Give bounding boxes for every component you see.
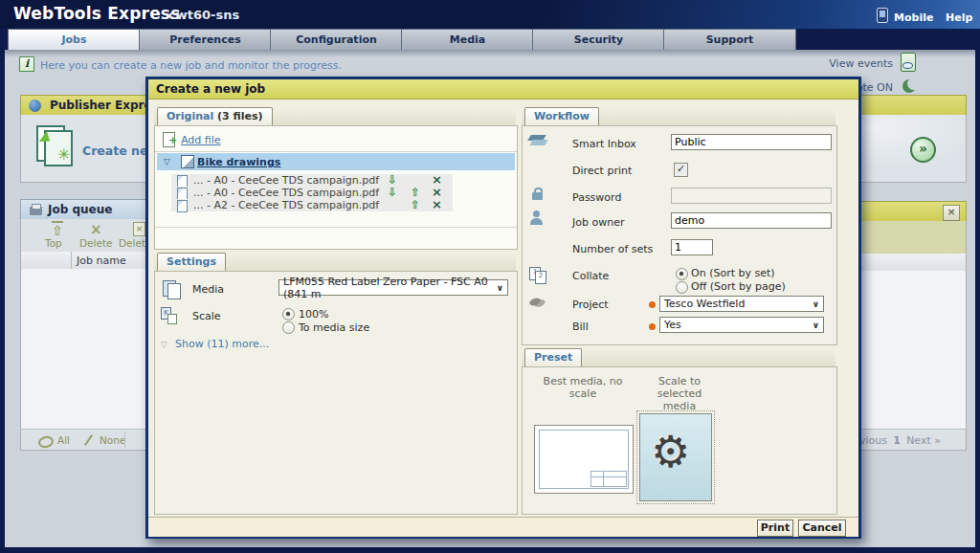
- file-row[interactable]: ... - A2 - CeeCee TDS campaign.pdf ⇧ ×: [171, 199, 453, 211]
- add-file-plus-icon: +: [168, 134, 177, 146]
- collate-on-radio[interactable]: [676, 268, 688, 280]
- project-value: Tesco Westfield: [664, 298, 745, 310]
- project-required-dot: [649, 301, 656, 308]
- move-top-label[interactable]: Top: [45, 237, 62, 249]
- folder-row[interactable]: ▽ Bike drawings: [157, 153, 515, 170]
- collate-off-label[interactable]: Off (Sort by page): [691, 280, 786, 293]
- select-all-label[interactable]: All: [57, 434, 70, 446]
- printer-icon: [30, 207, 42, 215]
- close-panel-icon[interactable]: ×: [943, 205, 960, 221]
- project-select[interactable]: Tesco Westfield ∨: [659, 296, 824, 312]
- app-header: WebTools Express cwt60-sns Mobile Help: [0, 0, 980, 29]
- tab-preferences[interactable]: Preferences: [139, 29, 272, 50]
- folder-name-link[interactable]: Bike drawings: [197, 156, 280, 168]
- dialog-title-bar: Create a new job: [148, 79, 858, 100]
- settings-tab-row: Settings: [154, 253, 516, 272]
- view-events-link[interactable]: View events: [829, 57, 893, 70]
- chevron-down-icon: ∨: [497, 283, 503, 293]
- print-button[interactable]: Print: [757, 520, 793, 537]
- show-more-expander-icon[interactable]: ▽: [161, 340, 167, 349]
- remote-moon-icon[interactable]: [902, 79, 916, 93]
- chevron-down-icon: ∨: [813, 321, 819, 330]
- scale-media-radio[interactable]: [282, 321, 295, 334]
- move-down-icon[interactable]: ⇩: [388, 174, 397, 186]
- create-job-star-icon: ✳: [57, 145, 70, 164]
- promo-next-button[interactable]: »: [910, 137, 936, 163]
- original-tab-row: Original (3 files): [154, 107, 516, 126]
- job-name-column[interactable]: Job name: [77, 254, 126, 267]
- mobile-link[interactable]: Mobile: [894, 11, 933, 24]
- move-up-icon[interactable]: ⇧: [411, 187, 420, 198]
- select-none-label[interactable]: None: [100, 434, 125, 446]
- delete-icon[interactable]: ×: [90, 221, 102, 238]
- gear-icon: ⚙: [651, 426, 690, 477]
- folder-expander-icon[interactable]: ▽: [164, 157, 170, 166]
- preset-option-2-label[interactable]: Scale to selected media: [642, 375, 717, 412]
- original-files-box: + Add file ▽ Bike drawings ... - A0 - Ce…: [154, 125, 518, 250]
- collate-on-label[interactable]: On (Sort by set): [691, 267, 775, 279]
- workflow-tab-row: Workflow: [522, 107, 835, 126]
- tab-support[interactable]: Support: [663, 29, 796, 50]
- sets-input[interactable]: [671, 239, 713, 255]
- view-events-icon[interactable]: [901, 53, 916, 72]
- password-lock-icon: [532, 192, 543, 200]
- move-top-icon[interactable]: ⇧: [52, 221, 63, 238]
- select-none-icon[interactable]: [84, 434, 93, 446]
- add-file-link[interactable]: Add file: [181, 134, 221, 146]
- collate-off-radio[interactable]: [676, 281, 688, 294]
- tab-settings[interactable]: Settings: [157, 253, 226, 272]
- job-owner-icon-body: [530, 218, 543, 225]
- footer-divider: [124, 431, 125, 448]
- scale-100-label[interactable]: 100%: [299, 308, 328, 321]
- current-page-number: 1: [893, 434, 901, 447]
- select-all-icon[interactable]: [37, 434, 56, 450]
- media-value: LFM055 Red Label Zero Paper - FSC A0 (84…: [283, 276, 497, 300]
- smart-inbox-label: Smart Inbox: [572, 138, 636, 150]
- scale-icon-small: [167, 314, 177, 324]
- publisher-sphere-icon: [29, 100, 41, 112]
- next-page-link[interactable]: Next »: [906, 434, 941, 447]
- preset-option-1-label[interactable]: Best media, no scale: [530, 375, 635, 400]
- preset-best-media-thumbnail[interactable]: [534, 425, 634, 494]
- column-divider: [71, 252, 72, 269]
- tab-security[interactable]: Security: [532, 29, 665, 50]
- job-owner-input[interactable]: [671, 212, 832, 229]
- bill-value: Yes: [664, 319, 681, 331]
- workflow-box: Smart Inbox Direct print ✓ Password Job …: [522, 125, 837, 345]
- screen: WebTools Express cwt60-sns Mobile Help J…: [0, 0, 980, 553]
- tab-original[interactable]: Original (3 files): [157, 107, 273, 126]
- delete-label[interactable]: Delete: [79, 237, 113, 249]
- scale-100-radio[interactable]: [282, 308, 295, 321]
- tab-configuration[interactable]: Configuration: [270, 29, 403, 50]
- help-link[interactable]: Help: [946, 11, 972, 24]
- scale-media-label[interactable]: To media size: [299, 321, 369, 334]
- collate-label: Collate: [572, 270, 609, 282]
- tab-workflow[interactable]: Workflow: [524, 107, 599, 126]
- password-input: [671, 188, 832, 204]
- show-more-link[interactable]: Show (11) more...: [175, 338, 269, 350]
- media-label: Media: [192, 283, 224, 296]
- delete-all-icon[interactable]: ×: [133, 222, 145, 236]
- preset-scale-thumbnail[interactable]: ⚙: [639, 413, 712, 501]
- mobile-icon[interactable]: [877, 8, 888, 23]
- bill-select[interactable]: Yes ∨: [659, 317, 824, 333]
- job-queue-title: Job queue: [48, 200, 112, 220]
- files-divider: [155, 227, 517, 228]
- media-select[interactable]: LFM055 Red Label Zero Paper - FSC A0 (84…: [278, 279, 508, 296]
- cancel-button[interactable]: Cancel: [798, 520, 846, 537]
- file-name: ... - A2 - CeeCee TDS campaign.pdf: [193, 199, 379, 211]
- tab-jobs[interactable]: Jobs: [8, 29, 141, 50]
- tab-media[interactable]: Media: [401, 29, 534, 50]
- file-name: ... - A0 - CeeCee TDS campaign.pdf: [193, 174, 379, 187]
- tab-preset[interactable]: Preset: [524, 348, 582, 367]
- remove-file-icon[interactable]: ×: [432, 199, 442, 210]
- preset-tab-row: Preset: [522, 348, 835, 367]
- direct-print-checkbox[interactable]: ✓: [674, 163, 688, 177]
- preset-box: Best media, no scale Scale to selected m…: [522, 366, 837, 515]
- project-icon: [528, 297, 542, 307]
- folder-icon: [181, 155, 194, 168]
- move-down-icon[interactable]: ⇩: [388, 187, 397, 198]
- move-up-icon[interactable]: ⇧: [411, 199, 420, 210]
- smart-inbox-input[interactable]: [671, 134, 832, 150]
- files-divider: [155, 151, 517, 152]
